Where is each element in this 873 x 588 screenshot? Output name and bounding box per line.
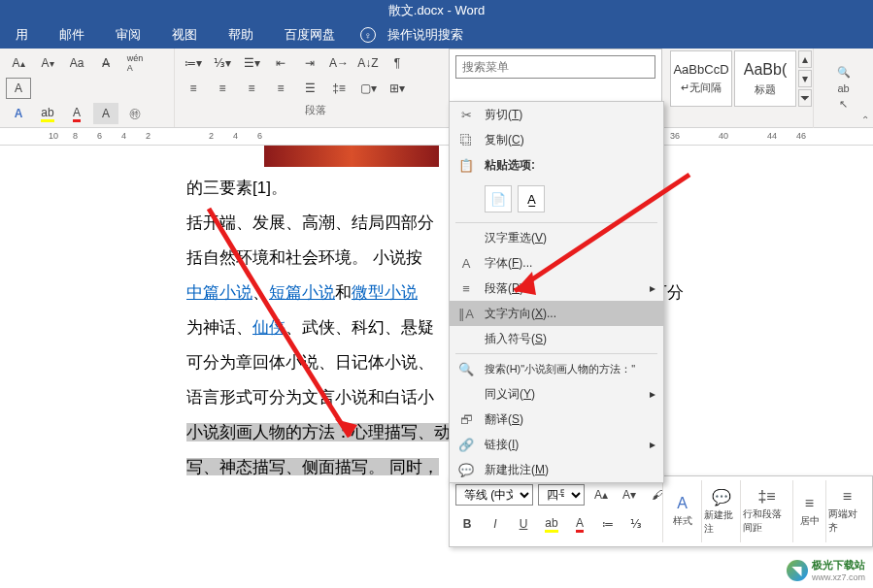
paragraph-group: ≔▾ ⅓▾ ☰▾ ⇤ ⇥ A→ A↓Z ¶ ≡ ≡ ≡ ≡ ☰ ‡≡ ▢▾ ⊞▾… — [175, 49, 456, 127]
translate-icon: 🗗 — [457, 412, 475, 427]
font-group: A▴ A▾ Aa A̶ wénA A A ab A A ㊕ — [0, 49, 175, 127]
align-center-icon[interactable]: ≡ — [210, 78, 235, 99]
mini-styles-button[interactable]: A样式 — [662, 480, 701, 542]
clear-format-icon[interactable]: A̶ — [93, 52, 118, 74]
mini-center-button[interactable]: ≡居中 — [792, 480, 825, 542]
menu-hanzi[interactable]: 汉字重选(V) — [450, 225, 663, 250]
styles-gallery: AaBbCcD ↵无间隔 AaBb( 标题 ▴ ▾ ⏷ — [670, 50, 812, 107]
distribute-icon[interactable]: ☰ — [297, 78, 322, 99]
link-icon: 🔗 — [457, 438, 475, 452]
paste-text-only[interactable]: A̲ — [518, 185, 545, 212]
document-area[interactable]: 的三要素[1]。般包 括开端、发展、高潮、结局四部分境包 括自然环境和社会环境。… — [0, 146, 873, 475]
link[interactable]: 仙侠 — [252, 318, 285, 337]
search-menu-input[interactable] — [455, 55, 655, 79]
mini-bullets-icon[interactable]: ≔ — [596, 513, 620, 535]
indent-left-icon[interactable]: ⇤ — [268, 52, 293, 74]
ltr-icon[interactable]: A→ — [326, 52, 352, 74]
menu-copy[interactable]: ⿻复制(C) — [450, 127, 663, 152]
mini-font-color-icon[interactable]: A — [568, 513, 591, 535]
replace-icon[interactable]: ab — [837, 82, 849, 94]
align-right-icon[interactable]: ≡ — [239, 78, 264, 99]
tab-view[interactable]: 视图 — [160, 22, 209, 48]
mini-font-select[interactable]: 等线 (中文 — [455, 484, 533, 506]
highlight-icon[interactable]: ab — [35, 103, 60, 124]
select-icon[interactable]: ↖ — [839, 98, 848, 111]
menu-paragraph[interactable]: ≡段落(P)...▸ — [450, 276, 663, 301]
context-menu: ✂剪切(T) ⿻复制(C) 📋粘贴选项: 📄 A̲ 汉字重选(V) A字体(F)… — [449, 101, 664, 483]
paragraph-icon: ≡ — [457, 281, 475, 296]
inline-image[interactable] — [264, 146, 439, 167]
change-case-icon[interactable]: Aa — [64, 52, 89, 74]
watermark-logo-icon: ◥ — [787, 560, 808, 581]
mini-bold-icon[interactable]: B — [455, 513, 479, 535]
align-left-icon[interactable]: ≡ — [181, 78, 206, 99]
font-icon: A — [457, 256, 475, 271]
styles-more-icon[interactable]: ⏷ — [798, 89, 812, 107]
justify-icon[interactable]: ≡ — [268, 78, 293, 99]
watermark: ◥ 极光下载站 www.xz7.com — [787, 558, 865, 582]
bullets-icon[interactable]: ≔▾ — [181, 52, 206, 74]
indent-right-icon[interactable]: ⇥ — [297, 52, 322, 74]
mini-numbering-icon[interactable]: ⅓ — [624, 513, 648, 535]
tab-use[interactable]: 用 — [4, 22, 40, 48]
tab-mail[interactable]: 邮件 — [48, 22, 96, 48]
borders-icon[interactable]: ⊞▾ — [385, 78, 410, 99]
tab-help[interactable]: 帮助 — [217, 22, 265, 48]
font-size-down-icon[interactable]: A▾ — [35, 52, 60, 74]
ruler[interactable]: 10 8 6 4 2 2 4 6 36 40 44 46 — [0, 128, 873, 146]
mini-italic-icon[interactable]: I — [484, 513, 507, 535]
menu-new-comment[interactable]: 💬新建批注(M) — [450, 457, 663, 482]
collapse-ribbon-icon[interactable]: ⌃ — [861, 114, 869, 125]
mini-spacing-button[interactable]: ‡≡行和段落间距 — [740, 480, 792, 542]
paste-options: 📄 A̲ — [450, 178, 663, 220]
tell-me[interactable]: 操作说明搜索 — [387, 22, 475, 48]
mini-toolbar: 等线 (中文 四号 A▴ A▾ 🖌 B I U ab A ≔ ⅓ A样式 💬新建… — [449, 475, 873, 547]
menu-insert-symbol[interactable]: 插入符号(S) — [450, 326, 663, 351]
paste-keep-source[interactable]: 📄 — [485, 185, 512, 212]
menu-font[interactable]: A字体(F)... — [450, 250, 663, 276]
menu-link[interactable]: 🔗链接(I)▸ — [450, 432, 663, 457]
mini-highlight-icon[interactable]: ab — [540, 513, 563, 535]
mini-underline-icon[interactable]: U — [512, 513, 535, 535]
selected-text[interactable]: 写、神态描写、侧面描写。 同时， — [186, 458, 439, 475]
styles-up-icon[interactable]: ▴ — [798, 50, 812, 68]
ribbon: A▴ A▾ Aa A̶ wénA A A ab A A ㊕ ≔▾ ⅓▾ ☰▾ ⇤… — [0, 49, 873, 128]
menu-cut[interactable]: ✂剪切(T) — [450, 102, 663, 127]
numbering-icon[interactable]: ⅓▾ — [210, 52, 235, 74]
enclose-char-icon[interactable]: ㊕ — [122, 103, 148, 124]
menu-translate[interactable]: 🗗翻译(S) — [450, 407, 663, 432]
menu-search[interactable]: 🔍搜索(H)"小说刻画人物的方法：" — [450, 356, 663, 381]
cut-icon: ✂ — [457, 108, 475, 122]
line-spacing-icon[interactable]: ‡≡ — [326, 78, 352, 99]
link[interactable]: 微型小说 — [352, 283, 418, 302]
font-color-icon[interactable]: A — [64, 103, 89, 124]
tab-baidu[interactable]: 百度网盘 — [273, 22, 347, 48]
tab-review[interactable]: 审阅 — [104, 22, 152, 48]
show-marks-icon[interactable]: ¶ — [385, 52, 410, 74]
style-title[interactable]: AaBb( 标题 — [734, 50, 796, 107]
menu-text-direction[interactable]: ‖A文字方向(X)... — [450, 301, 663, 326]
multilevel-icon[interactable]: ☰▾ — [239, 52, 264, 74]
copy-icon: ⿻ — [457, 133, 475, 147]
styles-down-icon[interactable]: ▾ — [798, 70, 812, 87]
mini-justify-button[interactable]: ≡两端对齐 — [825, 480, 868, 542]
sort-icon[interactable]: A↓Z — [355, 52, 381, 74]
mini-comment-button[interactable]: 💬新建批注 — [701, 480, 740, 542]
menu-synonyms[interactable]: 同义词(Y)▸ — [450, 381, 663, 407]
find-icon[interactable]: 🔍 — [837, 66, 851, 79]
phonetic-icon[interactable]: wénA — [122, 52, 148, 74]
link[interactable]: 短篇小说 — [269, 283, 335, 302]
link[interactable]: 中篇小说 — [186, 283, 252, 302]
mini-grow-icon[interactable]: A▴ — [589, 484, 613, 506]
mini-size-select[interactable]: 四号 — [538, 484, 585, 506]
mini-shrink-icon[interactable]: A▾ — [618, 484, 641, 506]
style-no-spacing[interactable]: AaBbCcD ↵无间隔 — [670, 50, 732, 107]
char-border-icon[interactable]: A — [6, 78, 31, 99]
paste-icon: 📋 — [457, 158, 475, 173]
shading-icon[interactable]: ▢▾ — [355, 78, 381, 99]
search-icon: 🔍 — [457, 362, 475, 376]
text-effects-icon[interactable]: A — [6, 103, 31, 124]
paragraph-label: 段落 — [181, 103, 450, 117]
font-size-up-icon[interactable]: A▴ — [6, 52, 31, 74]
char-shading-icon[interactable]: A — [93, 103, 118, 124]
